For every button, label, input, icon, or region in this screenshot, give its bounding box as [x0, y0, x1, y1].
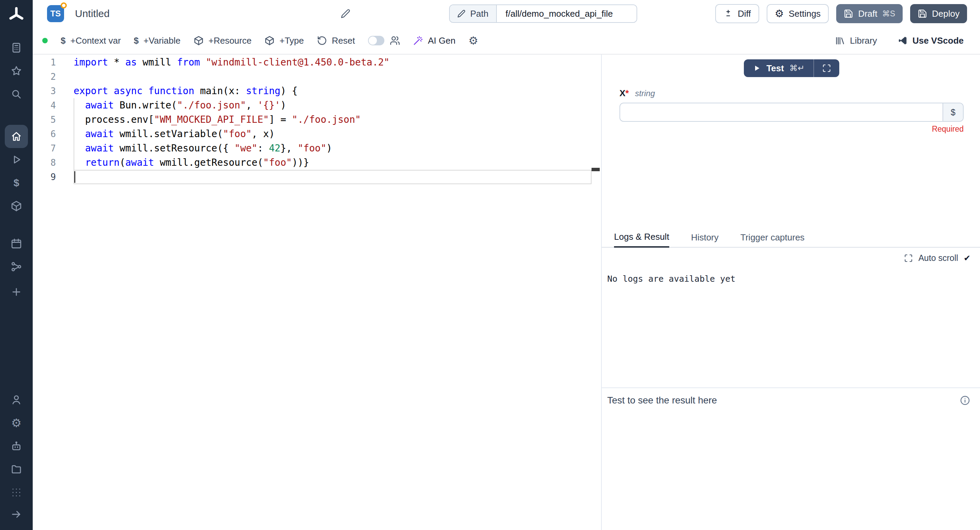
- language-status-dot: [42, 38, 48, 43]
- add-resource-button[interactable]: +Resource: [194, 35, 251, 46]
- vscode-icon: [897, 35, 908, 46]
- result-placeholder: Test to see the result here: [607, 395, 717, 406]
- sidebar-triggers-group: [5, 232, 28, 302]
- autoscroll-label: Auto scroll: [918, 253, 958, 263]
- maximize-icon: [822, 64, 831, 73]
- result-section: Test to see the result here: [602, 388, 980, 530]
- expand-logs-icon[interactable]: [904, 254, 913, 263]
- x-argument-input[interactable]: [620, 103, 942, 121]
- add-type-button[interactable]: +Type: [264, 35, 304, 46]
- test-button-group: Test ⌘↵: [744, 59, 839, 77]
- required-star: *: [625, 88, 629, 98]
- library-icon: [835, 35, 845, 46]
- add-context-var-button[interactable]: $ +Context var: [60, 35, 121, 46]
- typescript-badge: TS: [47, 5, 64, 22]
- insert-variable-button[interactable]: $: [942, 103, 963, 121]
- draft-status-dot: [60, 2, 67, 8]
- autoscroll-checkbox[interactable]: ✔: [964, 254, 970, 262]
- path-label: Path: [450, 5, 497, 22]
- create-icon[interactable]: [5, 282, 28, 302]
- expand-sidebar-icon[interactable]: [5, 504, 28, 525]
- groups-icon[interactable]: [5, 481, 28, 504]
- topbar-left: TS Untitled: [47, 5, 350, 22]
- tab-history[interactable]: History: [691, 232, 719, 247]
- editor-settings-gear-icon[interactable]: ⚙: [469, 35, 479, 46]
- tab-logs-result[interactable]: Logs & Result: [614, 231, 669, 247]
- windmill-logo-icon[interactable]: [8, 6, 25, 27]
- toolbar-right: Library Use VScode: [835, 35, 964, 46]
- schedules-icon[interactable]: [5, 232, 28, 255]
- field-type: string: [635, 89, 655, 98]
- line-number-gutter: 123456789: [33, 54, 73, 530]
- logs-section: Auto scroll ✔ No logs are available yet: [602, 247, 980, 388]
- field-input-row: $: [619, 103, 964, 122]
- test-row: Test ⌘↵: [619, 59, 964, 77]
- bottom-tabs: Logs & Result History Trigger captures: [602, 230, 980, 247]
- typescript-badge-label: TS: [51, 9, 61, 18]
- draft-button[interactable]: Draft ⌘S: [836, 4, 903, 23]
- run-form-section: Test ⌘↵ X* string: [602, 54, 980, 230]
- pencil-icon: [457, 10, 466, 18]
- code-area[interactable]: import * as wmill from "windmill-client@…: [73, 54, 592, 530]
- save-icon: [844, 9, 853, 18]
- run-panel: Test ⌘↵ X* string: [601, 54, 980, 530]
- topbar-actions: Diff ⚙ Settings Draft ⌘S Deploy: [715, 4, 967, 23]
- logs-empty-message: No logs are available yet: [602, 263, 980, 284]
- workers-icon[interactable]: [5, 434, 28, 458]
- tab-trigger-captures[interactable]: Trigger captures: [740, 232, 805, 247]
- play-icon: [753, 64, 761, 72]
- diff-icon: [724, 9, 733, 18]
- search-icon[interactable]: [5, 83, 28, 106]
- deploy-button[interactable]: Deploy: [910, 4, 967, 23]
- sidebar-top-group: [5, 36, 28, 106]
- test-shortcut: ⌘↵: [789, 64, 805, 73]
- expand-test-button[interactable]: [814, 59, 839, 77]
- indent-guide: [73, 98, 74, 170]
- multiplayer-control: [368, 35, 400, 46]
- resources-icon[interactable]: [5, 195, 28, 217]
- main-column: TS Untitled Path f/all/demo_mocked_api_f…: [33, 0, 980, 530]
- settings-button[interactable]: ⚙ Settings: [767, 4, 829, 23]
- gear-glyph: ⚙: [11, 417, 21, 429]
- windmill-script-editor: $ ⚙: [0, 0, 980, 530]
- test-button[interactable]: Test ⌘↵: [744, 59, 813, 77]
- field-name: X*: [619, 88, 629, 99]
- sidebar-nav-group: $: [5, 125, 28, 217]
- multiplayer-toggle[interactable]: [368, 36, 384, 45]
- flows-icon[interactable]: [5, 255, 28, 278]
- gear-icon: ⚙: [775, 8, 784, 19]
- package-icon: [194, 35, 204, 46]
- ai-gen-button[interactable]: AI Gen: [413, 35, 456, 46]
- required-hint: Required: [619, 125, 964, 134]
- info-icon[interactable]: [959, 395, 970, 406]
- path-value[interactable]: f/all/demo_mocked_api_file: [497, 5, 636, 22]
- use-vscode-button[interactable]: Use VScode: [897, 35, 964, 46]
- topbar: TS Untitled Path f/all/demo_mocked_api_f…: [33, 0, 980, 27]
- path-control[interactable]: Path f/all/demo_mocked_api_file: [449, 5, 637, 23]
- favorites-icon[interactable]: [5, 59, 28, 83]
- dollar-icon: $: [60, 36, 65, 45]
- script-title[interactable]: Untitled: [75, 8, 110, 19]
- magic-wand-icon: [413, 35, 423, 46]
- library-button[interactable]: Library: [835, 35, 877, 46]
- variables-icon[interactable]: $: [5, 171, 28, 195]
- dollar-glyph: $: [14, 178, 19, 188]
- reset-button[interactable]: Reset: [317, 35, 355, 46]
- runs-icon[interactable]: [5, 148, 28, 171]
- reset-icon: [317, 35, 327, 46]
- settings-icon[interactable]: ⚙: [5, 411, 28, 434]
- dollar-icon: $: [134, 36, 139, 45]
- folders-icon[interactable]: [5, 458, 28, 481]
- users-icon: [390, 35, 400, 46]
- save-icon: [918, 9, 927, 18]
- code-editor[interactable]: 123456789 import * as wmill from "windmi…: [33, 54, 601, 530]
- sidebar-footer-group: ⚙: [5, 388, 28, 525]
- overview-ruler-cursor-mark: [592, 168, 600, 171]
- diff-button[interactable]: Diff: [715, 4, 759, 23]
- apps-icon[interactable]: [5, 36, 28, 59]
- edit-title-pencil-icon[interactable]: [341, 9, 350, 18]
- content: 123456789 import * as wmill from "windmi…: [33, 54, 980, 530]
- user-icon[interactable]: [5, 388, 28, 411]
- home-icon[interactable]: [5, 125, 28, 148]
- add-variable-button[interactable]: $ +Variable: [134, 35, 181, 46]
